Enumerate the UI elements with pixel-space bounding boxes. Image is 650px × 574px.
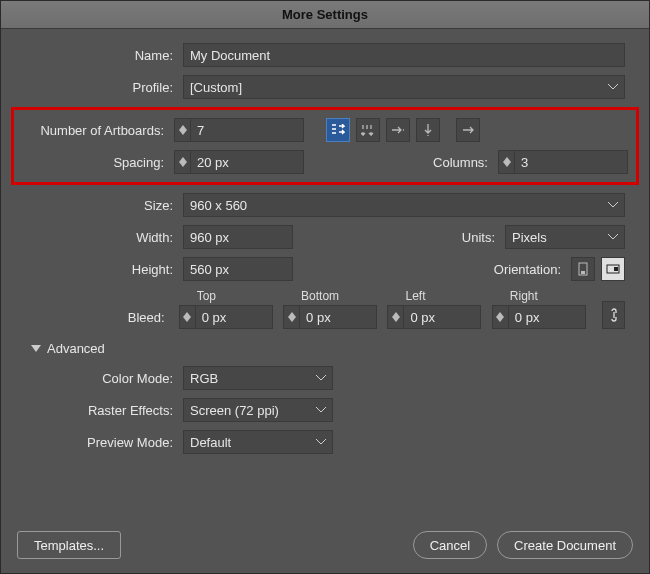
raster-value: Screen (72 ppi) — [190, 403, 279, 418]
spacing-label: Spacing: — [22, 155, 168, 170]
layout-direction-icon[interactable] — [456, 118, 480, 142]
preview-label: Preview Mode: — [25, 435, 177, 450]
stepper-arrows-icon[interactable] — [175, 151, 191, 173]
advanced-label: Advanced — [47, 341, 105, 356]
chevron-down-icon — [316, 407, 326, 413]
artboards-value: 7 — [191, 123, 303, 138]
spacing-stepper[interactable]: 20 px — [174, 150, 304, 174]
profile-value: [Custom] — [190, 80, 242, 95]
arrange-down-icon[interactable] — [416, 118, 440, 142]
units-label: Units: — [462, 230, 499, 245]
units-value: Pixels — [512, 230, 547, 245]
templates-button[interactable]: Templates... — [17, 531, 121, 559]
stepper-arrows-icon[interactable] — [180, 306, 196, 328]
height-input[interactable] — [183, 257, 293, 281]
artboards-label: Number of Artboards: — [22, 123, 168, 138]
profile-label: Profile: — [25, 80, 177, 95]
profile-select[interactable]: [Custom] — [183, 75, 625, 99]
artboards-stepper[interactable]: 7 — [174, 118, 304, 142]
bleed-bottom-stepper[interactable]: 0 px — [283, 305, 377, 329]
stepper-arrows-icon[interactable] — [499, 151, 515, 173]
svg-rect-1 — [581, 271, 585, 274]
columns-label: Columns: — [433, 155, 492, 170]
portrait-icon — [578, 262, 588, 276]
orientation-label: Orientation: — [494, 262, 565, 277]
more-settings-dialog: More Settings Name: Profile: [Custom] Nu… — [0, 0, 650, 574]
bleed-top-value: 0 px — [196, 310, 272, 325]
preview-value: Default — [190, 435, 231, 450]
landscape-icon — [606, 264, 620, 274]
arrange-right-icon[interactable] — [386, 118, 410, 142]
artboards-highlight: Number of Artboards: 7 — [11, 107, 639, 185]
stepper-arrows-icon[interactable] — [284, 306, 300, 328]
raster-label: Raster Effects: — [25, 403, 177, 418]
chevron-down-icon — [316, 375, 326, 381]
orientation-portrait-button[interactable] — [571, 257, 595, 281]
preview-select[interactable]: Default — [183, 430, 333, 454]
spacing-value: 20 px — [191, 155, 303, 170]
stepper-arrows-icon[interactable] — [388, 306, 404, 328]
width-input[interactable] — [183, 225, 293, 249]
bleed-top-label: Top — [179, 289, 273, 305]
colormode-select[interactable]: RGB — [183, 366, 333, 390]
bleed-bottom-label: Bottom — [283, 289, 377, 305]
columns-value: 3 — [515, 155, 627, 170]
width-label: Width: — [25, 230, 177, 245]
advanced-toggle[interactable]: Advanced — [31, 341, 625, 356]
dialog-title: More Settings — [1, 1, 649, 29]
bleed-top-stepper[interactable]: 0 px — [179, 305, 273, 329]
size-select[interactable]: 960 x 560 — [183, 193, 625, 217]
orientation-landscape-button[interactable] — [601, 257, 625, 281]
stepper-arrows-icon[interactable] — [175, 119, 191, 141]
create-document-button[interactable]: Create Document — [497, 531, 633, 559]
chevron-down-icon — [608, 234, 618, 240]
height-label: Height: — [25, 262, 177, 277]
raster-select[interactable]: Screen (72 ppi) — [183, 398, 333, 422]
cancel-button[interactable]: Cancel — [413, 531, 487, 559]
bleed-right-stepper[interactable]: 0 px — [492, 305, 586, 329]
bleed-left-label: Left — [387, 289, 481, 305]
columns-stepper[interactable]: 3 — [498, 150, 628, 174]
bleed-right-label: Right — [492, 289, 586, 305]
units-select[interactable]: Pixels — [505, 225, 625, 249]
colormode-value: RGB — [190, 371, 218, 386]
name-input[interactable] — [183, 43, 625, 67]
bleed-left-stepper[interactable]: 0 px — [387, 305, 481, 329]
chevron-down-icon — [316, 439, 326, 445]
bleed-right-value: 0 px — [509, 310, 585, 325]
triangle-down-icon — [31, 345, 41, 353]
grid-by-column-icon[interactable] — [356, 118, 380, 142]
bleed-label: Bleed: — [25, 310, 169, 329]
chevron-down-icon — [608, 84, 618, 90]
size-label: Size: — [25, 198, 177, 213]
stepper-arrows-icon[interactable] — [493, 306, 509, 328]
bleed-link-button[interactable] — [602, 301, 625, 329]
chevron-down-icon — [608, 202, 618, 208]
svg-rect-3 — [614, 267, 618, 271]
bleed-left-value: 0 px — [404, 310, 480, 325]
bleed-bottom-value: 0 px — [300, 310, 376, 325]
link-icon — [609, 307, 619, 323]
name-label: Name: — [25, 48, 177, 63]
grid-by-row-icon[interactable] — [326, 118, 350, 142]
size-value: 960 x 560 — [190, 198, 247, 213]
colormode-label: Color Mode: — [25, 371, 177, 386]
